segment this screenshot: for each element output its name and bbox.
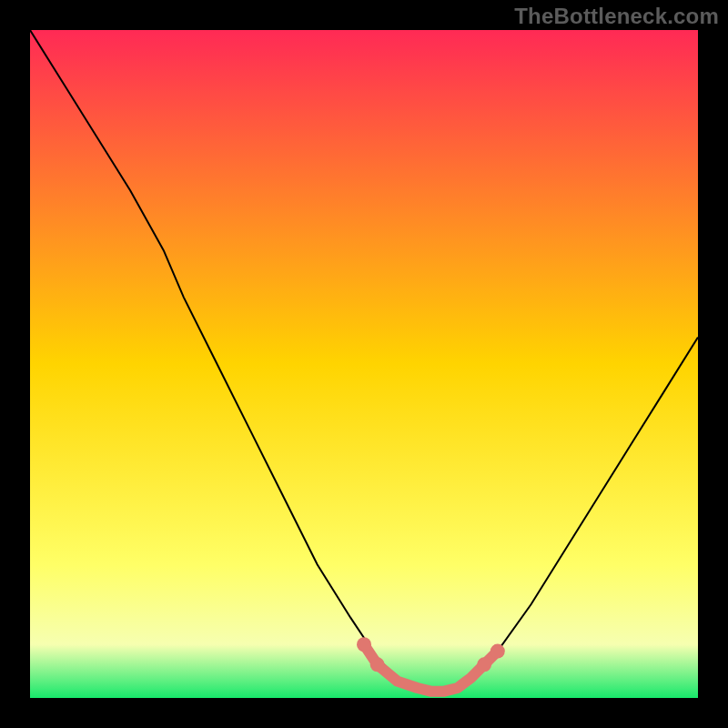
valley-marker-dot — [490, 644, 505, 659]
valley-marker-dot — [370, 657, 385, 672]
plot-area — [30, 30, 698, 698]
valley-marker-dot — [477, 657, 491, 672]
gradient-background — [30, 30, 698, 698]
valley-marker-dot — [357, 637, 371, 652]
chart-frame: TheBottleneck.com — [0, 0, 728, 728]
watermark-text: TheBottleneck.com — [514, 4, 719, 29]
plot-svg — [30, 30, 698, 698]
